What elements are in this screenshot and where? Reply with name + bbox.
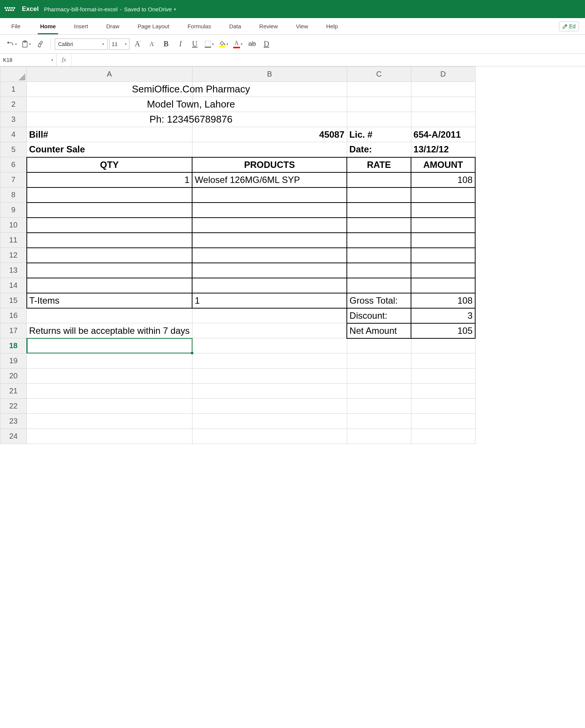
- cell-C2[interactable]: [347, 97, 411, 112]
- tab-home[interactable]: Home: [31, 18, 65, 34]
- cell-B14[interactable]: [192, 278, 347, 293]
- cell-A1[interactable]: SemiOffice.Com Pharmacy: [27, 82, 192, 97]
- document-title[interactable]: Pharmacy-bill-format-in-excel - Saved to…: [44, 6, 176, 12]
- cell-C6[interactable]: RATE: [347, 157, 411, 172]
- cell-A6[interactable]: QTY: [27, 157, 192, 172]
- row-header-5[interactable]: 5: [0, 142, 27, 157]
- cell-D21[interactable]: [411, 384, 475, 399]
- cell-D23[interactable]: [411, 414, 475, 429]
- cell-B8[interactable]: [192, 187, 347, 203]
- row-header-13[interactable]: 13: [0, 263, 27, 278]
- cell-C18[interactable]: [347, 338, 411, 353]
- cell-D8[interactable]: [411, 187, 475, 203]
- cell-C7[interactable]: [347, 172, 411, 187]
- cell-A14[interactable]: [27, 278, 192, 293]
- cell-C24[interactable]: [347, 429, 411, 444]
- cell-C8[interactable]: [347, 187, 411, 203]
- cell-D9[interactable]: [411, 203, 475, 218]
- cell-A19[interactable]: [27, 353, 192, 369]
- paste-button[interactable]: ▾: [20, 38, 32, 51]
- row-header-6[interactable]: 6: [0, 157, 27, 172]
- column-header-C[interactable]: C: [347, 67, 411, 82]
- cell-C22[interactable]: [347, 399, 411, 414]
- cell-D1[interactable]: [411, 82, 475, 97]
- row-header-8[interactable]: 8: [0, 187, 27, 203]
- cell-C9[interactable]: [347, 203, 411, 218]
- borders-button[interactable]: ▾: [203, 38, 216, 51]
- cell-C21[interactable]: [347, 384, 411, 399]
- cell-C19[interactable]: [347, 353, 411, 369]
- row-header-9[interactable]: 9: [0, 203, 27, 218]
- row-header-20[interactable]: 20: [0, 369, 27, 384]
- column-header-D[interactable]: D: [411, 67, 475, 82]
- row-header-18[interactable]: 18: [0, 338, 27, 353]
- cell-A7[interactable]: 1: [27, 172, 192, 187]
- row-header-11[interactable]: 11: [0, 233, 27, 248]
- cell-A5[interactable]: Counter Sale: [27, 142, 192, 157]
- cell-B19[interactable]: [192, 353, 347, 369]
- cell-D4[interactable]: 654-A/2011: [411, 127, 475, 142]
- cell-C16[interactable]: Discount:: [347, 308, 411, 323]
- italic-button[interactable]: I: [174, 38, 187, 51]
- row-header-12[interactable]: 12: [0, 248, 27, 263]
- row-header-1[interactable]: 1: [0, 82, 27, 97]
- cell-B22[interactable]: [192, 399, 347, 414]
- cell-B3[interactable]: [192, 112, 347, 127]
- cell-B13[interactable]: [192, 263, 347, 278]
- app-launcher-icon[interactable]: [5, 4, 15, 14]
- font-name-select[interactable]: Calibri▾: [55, 38, 108, 50]
- cell-A20[interactable]: [27, 369, 192, 384]
- undo-button[interactable]: ▾: [5, 38, 18, 51]
- cell-B10[interactable]: [192, 218, 347, 233]
- name-box[interactable]: K18▾: [0, 54, 57, 66]
- cell-A11[interactable]: [27, 233, 192, 248]
- cell-B15[interactable]: 1: [192, 293, 347, 308]
- cell-D24[interactable]: [411, 429, 475, 444]
- increase-font-button[interactable]: Aˆ: [131, 38, 144, 51]
- font-size-select[interactable]: 11▾: [109, 38, 129, 50]
- cell-A22[interactable]: [27, 399, 192, 414]
- cell-C10[interactable]: [347, 218, 411, 233]
- cell-D6[interactable]: AMOUNT: [411, 157, 475, 172]
- column-header-A[interactable]: A: [27, 67, 192, 82]
- cell-D5[interactable]: 13/12/12: [411, 142, 475, 157]
- cell-D12[interactable]: [411, 248, 475, 263]
- cell-C1[interactable]: [347, 82, 411, 97]
- cell-B21[interactable]: [192, 384, 347, 399]
- cell-D11[interactable]: [411, 233, 475, 248]
- cell-C3[interactable]: [347, 112, 411, 127]
- select-all-corner[interactable]: [0, 67, 27, 82]
- tab-review[interactable]: Review: [250, 18, 287, 34]
- column-header-B[interactable]: B: [192, 67, 347, 82]
- fill-color-button[interactable]: ▾: [217, 38, 230, 51]
- more-formatting-button[interactable]: D: [260, 38, 273, 51]
- cell-A9[interactable]: [27, 203, 192, 218]
- row-header-14[interactable]: 14: [0, 278, 27, 293]
- row-header-4[interactable]: 4: [0, 127, 27, 142]
- row-header-24[interactable]: 24: [0, 429, 27, 444]
- row-header-7[interactable]: 7: [0, 172, 27, 187]
- cell-D7[interactable]: 108: [411, 172, 475, 187]
- cell-B11[interactable]: [192, 233, 347, 248]
- cell-A3[interactable]: Ph: 123456789876: [27, 112, 192, 127]
- cell-C4[interactable]: Lic. #: [347, 127, 411, 142]
- cell-A21[interactable]: [27, 384, 192, 399]
- cell-C17[interactable]: Net Amount: [347, 323, 411, 338]
- row-header-19[interactable]: 19: [0, 353, 27, 369]
- cell-B6[interactable]: PRODUCTS: [192, 157, 347, 172]
- cell-B17[interactable]: [192, 323, 347, 338]
- tab-view[interactable]: View: [287, 18, 317, 34]
- cell-D10[interactable]: [411, 218, 475, 233]
- formula-input[interactable]: [72, 54, 585, 66]
- font-color-button[interactable]: A ▾: [231, 38, 244, 51]
- editing-mode-button[interactable]: Ed: [559, 22, 579, 31]
- strikethrough-button[interactable]: ab: [246, 38, 259, 51]
- cell-C13[interactable]: [347, 263, 411, 278]
- cell-A18[interactable]: [27, 338, 192, 353]
- cell-A13[interactable]: [27, 263, 192, 278]
- cell-A12[interactable]: [27, 248, 192, 263]
- cell-A17[interactable]: Returns will be acceptable within 7 days: [27, 323, 192, 338]
- row-header-16[interactable]: 16: [0, 308, 27, 323]
- cell-D18[interactable]: [411, 338, 475, 353]
- cell-D13[interactable]: [411, 263, 475, 278]
